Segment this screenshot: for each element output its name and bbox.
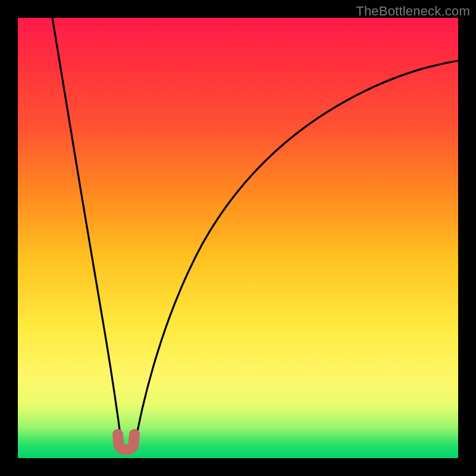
left-branch-curve (52, 18, 122, 447)
plot-area (18, 18, 458, 458)
watermark-text: TheBottleneck.com (356, 4, 470, 19)
outer-frame: TheBottleneck.com (0, 0, 476, 476)
right-branch-curve (134, 61, 458, 447)
trough-marker (118, 434, 134, 450)
curves-svg (18, 18, 458, 458)
